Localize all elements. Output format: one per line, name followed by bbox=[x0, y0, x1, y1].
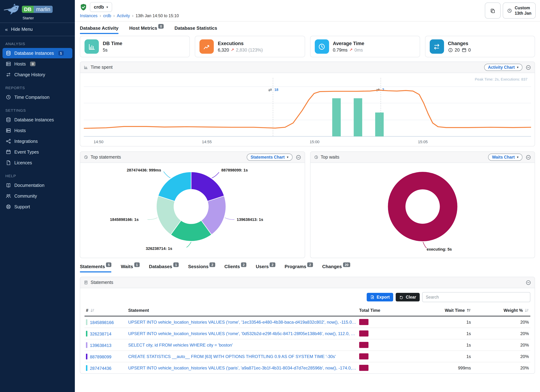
hide-menu-button[interactable]: « Hide Menu bbox=[0, 23, 75, 36]
calendar-icon bbox=[6, 149, 11, 155]
tab-badge: 0 bbox=[158, 24, 164, 29]
top-waits-chart[interactable]: executing: 5s bbox=[310, 163, 535, 258]
instance-selector[interactable]: crdb ▾ bbox=[90, 2, 112, 12]
statement-text-link[interactable]: UPSERT INTO vehicle_location_histories V… bbox=[128, 331, 356, 336]
statement-id-link[interactable]: 1845898166 bbox=[90, 320, 114, 325]
panel-title: Top statements bbox=[91, 155, 121, 160]
time-range-label: Custom bbox=[515, 5, 531, 10]
statement-text-link[interactable]: UPSERT INTO vehicle_location_histories V… bbox=[128, 319, 356, 324]
tab-host-metrics[interactable]: Host Metrics0 bbox=[129, 25, 164, 34]
sidebar-item-hosts[interactable]: Hosts bbox=[3, 125, 72, 136]
sidebar-nav: ANALYSISDatabase Instances1Hosts0Change … bbox=[0, 36, 75, 212]
detail-tab-waits[interactable]: Waits1 bbox=[121, 264, 140, 273]
panel-title: Top waits bbox=[321, 155, 339, 160]
detail-tab-sessions[interactable]: Sessions2 bbox=[188, 264, 215, 273]
detail-tab-statements[interactable]: Statements5 bbox=[80, 264, 111, 273]
collapse-panel-icon[interactable] bbox=[526, 154, 531, 160]
search-input[interactable] bbox=[422, 292, 530, 302]
clear-button[interactable]: Clear bbox=[396, 293, 420, 301]
breadcrumb-activity[interactable]: Activity bbox=[117, 14, 130, 18]
sidebar-item-database-instances[interactable]: Database Instances1 bbox=[3, 48, 72, 58]
column-header-statement[interactable]: Statement bbox=[127, 305, 358, 316]
time-range-button[interactable]: Custom 13th Jan bbox=[503, 3, 536, 19]
sidebar-item-support[interactable]: Support bbox=[3, 202, 72, 212]
card-delta: 0ms bbox=[354, 47, 363, 52]
statement-text-link[interactable]: UPSERT INTO vehicle_location_histories V… bbox=[128, 365, 356, 370]
breadcrumb-crdb[interactable]: crdb bbox=[103, 14, 111, 18]
breadcrumb-instances[interactable]: Instances bbox=[80, 14, 97, 18]
sidebar-item-change-history[interactable]: Change History bbox=[3, 69, 72, 80]
tab-badge: 5 bbox=[106, 263, 111, 267]
detail-tab-databases[interactable]: Databases1 bbox=[149, 264, 179, 273]
statement-id-cell: 326238714 bbox=[85, 328, 127, 339]
detail-tabs: Statements5Waits1Databases1Sessions2Clie… bbox=[75, 258, 540, 273]
statement-id-link[interactable]: 287474436 bbox=[90, 366, 111, 371]
sidebar-item-event-types[interactable]: Event Types bbox=[3, 147, 72, 157]
tab-database-activity[interactable]: Database Activity bbox=[80, 25, 119, 34]
statement-id-link[interactable]: 887898099 bbox=[90, 354, 111, 359]
sidebar-item-time-comparison[interactable]: Time Comparison bbox=[3, 92, 72, 102]
sidebar-item-hosts[interactable]: Hosts0 bbox=[3, 59, 72, 69]
dropdown-label: Activity Chart bbox=[488, 65, 515, 69]
detail-tab-changes[interactable]: Changes20 bbox=[322, 264, 350, 273]
column-header-weight-[interactable]: Weight % bbox=[472, 305, 530, 316]
trend-up-arrow-icon: ↗ bbox=[349, 48, 353, 52]
svg-text:15:00: 15:00 bbox=[310, 140, 320, 144]
total-time-bar bbox=[359, 353, 369, 359]
statement-id-link[interactable]: 139638413 bbox=[90, 343, 111, 348]
statement-id-cell: 139638413 bbox=[85, 339, 127, 351]
info-icon bbox=[448, 47, 453, 52]
tab-label: Sessions bbox=[188, 264, 208, 269]
donut-label: 287474436: 999ms bbox=[127, 168, 161, 172]
sidebar-item-community[interactable]: Community bbox=[3, 191, 72, 201]
statements-chart-dropdown[interactable]: Statements Chart ▾ bbox=[247, 154, 293, 161]
sidebar-item-documentation[interactable]: Documentation bbox=[3, 180, 72, 190]
column-header-total-time[interactable]: Total Time bbox=[358, 305, 415, 316]
column-header-label: Statement bbox=[128, 308, 149, 313]
activity-chart-dropdown[interactable]: Activity Chart ▾ bbox=[484, 64, 522, 71]
detail-tab-users[interactable]: Users2 bbox=[256, 264, 275, 273]
detail-tab-programs[interactable]: Programs2 bbox=[285, 264, 313, 273]
collapse-panel-icon[interactable] bbox=[526, 280, 531, 285]
tab-badge: 20 bbox=[343, 263, 350, 267]
statement-text-link[interactable]: CREATE STATISTICS __auto__ FROM [63] WIT… bbox=[128, 354, 356, 359]
time-spent-chart-svg: ⇄18⇄214:5014:5515:0015:05 bbox=[84, 75, 531, 145]
copy-button[interactable] bbox=[485, 3, 501, 19]
collapse-panel-icon[interactable] bbox=[296, 154, 301, 160]
tab-badge: 2 bbox=[241, 263, 246, 267]
sidebar-item-badge: 1 bbox=[58, 51, 64, 55]
sidebar-item-badge: 0 bbox=[30, 62, 36, 66]
statement-color-chip bbox=[86, 331, 87, 336]
column-header-wait-time[interactable]: Wait Time bbox=[415, 305, 472, 316]
card-average-time[interactable]: Average Time 0.79ms ↗ 0ms bbox=[310, 36, 420, 57]
line-chart-icon bbox=[200, 39, 214, 54]
card-executions[interactable]: Executions 6,320 ↗ 2,830 (123%) bbox=[195, 36, 305, 57]
statement-id-link[interactable]: 326238714 bbox=[90, 331, 111, 336]
tab-label: Databases bbox=[149, 264, 172, 269]
card-value: 0.79ms bbox=[333, 47, 348, 52]
tab-label: Database Activity bbox=[80, 25, 119, 31]
column-header--[interactable]: # bbox=[85, 305, 127, 316]
export-button[interactable]: Export bbox=[367, 293, 393, 301]
statement-text-link[interactable]: SELECT city, id FROM vehicles WHERE city… bbox=[128, 342, 356, 347]
tab-database-statistics[interactable]: Database Statistics bbox=[174, 25, 217, 34]
metric-cards: DB Time 5s Executions 6,320 ↗ 2,830 (123… bbox=[75, 34, 540, 57]
card-db-time[interactable]: DB Time 5s bbox=[80, 36, 190, 57]
detail-tab-clients[interactable]: Clients2 bbox=[224, 264, 246, 273]
svg-text:14:55: 14:55 bbox=[202, 140, 212, 144]
collapse-panel-icon[interactable] bbox=[526, 65, 531, 70]
sort-down-icon bbox=[90, 308, 94, 313]
statement-cell: SELECT city, id FROM vehicles WHERE city… bbox=[127, 339, 358, 351]
waits-chart-dropdown[interactable]: Waits Chart ▾ bbox=[488, 154, 522, 161]
tab-badge: 1 bbox=[134, 263, 140, 267]
shield-check-icon bbox=[80, 3, 87, 10]
top-statements-chart[interactable]: 887898099: 1s139638413: 1s326238714: 1s1… bbox=[80, 163, 305, 258]
sidebar-item-label: Hosts bbox=[14, 61, 26, 66]
time-spent-chart[interactable]: Peak Time: 2s, Executions: 837 ⇄18⇄214:5… bbox=[80, 73, 535, 146]
sidebar-item-licences[interactable]: Licences bbox=[3, 158, 72, 168]
card-changes[interactable]: Changes 20 0 bbox=[425, 36, 535, 57]
wait-time-cell: 999ms bbox=[415, 362, 472, 373]
sidebar-item-integrations[interactable]: Integrations bbox=[3, 136, 72, 146]
sidebar-item-database-instances[interactable]: Database Instances bbox=[3, 114, 72, 125]
calendar-icon bbox=[461, 47, 466, 52]
